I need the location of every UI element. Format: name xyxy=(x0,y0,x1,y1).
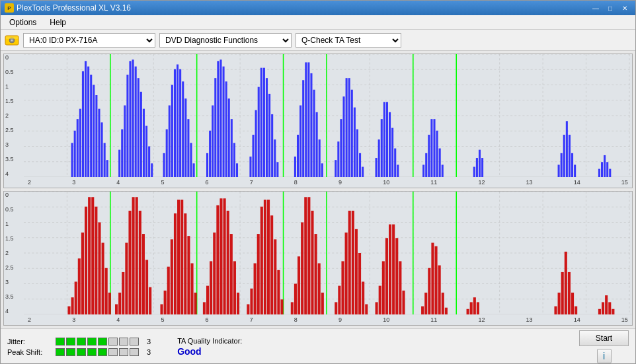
metrics-section: Jitter: 3 Peak Shift: xyxy=(7,338,151,356)
svg-rect-248 xyxy=(341,261,344,314)
svg-rect-102 xyxy=(313,90,315,177)
svg-rect-104 xyxy=(319,139,321,177)
svg-rect-78 xyxy=(223,67,225,177)
svg-rect-265 xyxy=(421,307,424,314)
svg-rect-259 xyxy=(385,238,388,314)
menu-help[interactable]: Help xyxy=(44,16,72,29)
svg-rect-192 xyxy=(115,305,118,315)
jitter-value: 3 xyxy=(147,338,151,346)
svg-rect-232 xyxy=(270,215,273,314)
svg-rect-193 xyxy=(118,293,121,314)
top-y-labels: 4 3.5 3 2.5 2 1.5 1 0.5 0 xyxy=(4,54,24,177)
svg-rect-203 xyxy=(160,305,163,315)
svg-rect-123 xyxy=(391,128,393,177)
svg-rect-285 xyxy=(602,302,604,314)
svg-rect-241 xyxy=(307,197,310,314)
info-icon-button[interactable]: i xyxy=(597,349,612,363)
close-button[interactable]: ✕ xyxy=(618,3,631,13)
svg-rect-144 xyxy=(574,164,576,177)
peak-shift-label: Peak Shift: xyxy=(7,348,50,356)
svg-rect-245 xyxy=(321,293,324,314)
svg-rect-88 xyxy=(260,68,262,177)
svg-rect-50 xyxy=(126,75,128,177)
svg-rect-66 xyxy=(179,69,181,177)
svg-rect-73 xyxy=(209,131,211,177)
svg-rect-275 xyxy=(473,297,476,314)
svg-rect-278 xyxy=(558,293,561,314)
function-selector[interactable]: DVD Diagnostic Functions xyxy=(159,33,292,48)
bottom-y-labels: 4 3.5 3 2.5 2 1.5 1 0.5 0 xyxy=(4,192,24,314)
svg-rect-188 xyxy=(98,223,100,315)
svg-rect-146 xyxy=(601,162,603,177)
top-x-labels: 2 3 4 5 6 7 8 9 10 11 12 13 14 15 xyxy=(24,177,632,188)
svg-rect-67 xyxy=(182,81,184,177)
start-button[interactable]: Start xyxy=(579,330,629,346)
svg-rect-137 xyxy=(481,158,483,177)
svg-rect-114 xyxy=(356,129,358,177)
svg-rect-258 xyxy=(382,261,385,314)
jitter-label: Jitter: xyxy=(7,338,50,346)
svg-rect-185 xyxy=(88,197,91,314)
bottom-chart-svg xyxy=(24,192,632,314)
svg-rect-189 xyxy=(102,243,104,315)
svg-rect-59 xyxy=(151,163,153,177)
svg-rect-117 xyxy=(376,158,378,177)
svg-rect-71 xyxy=(193,163,195,177)
bottom-chart-svg-wrap xyxy=(24,192,632,314)
svg-rect-198 xyxy=(136,197,138,314)
svg-rect-62 xyxy=(169,106,171,178)
test-selector[interactable]: Q-Check TA Test xyxy=(296,33,401,48)
svg-rect-268 xyxy=(431,243,434,315)
svg-rect-110 xyxy=(346,78,348,177)
svg-rect-138 xyxy=(558,164,560,177)
svg-rect-247 xyxy=(338,286,340,314)
svg-rect-223 xyxy=(233,261,236,314)
bottom-chart-inner: 4 3.5 3 2.5 2 1.5 1 0.5 0 xyxy=(4,192,632,325)
svg-rect-108 xyxy=(340,119,342,177)
svg-rect-122 xyxy=(389,112,391,177)
svg-rect-40 xyxy=(90,75,92,177)
svg-rect-263 xyxy=(399,261,401,314)
svg-rect-63 xyxy=(171,85,173,178)
peak-shift-value: 3 xyxy=(147,348,151,356)
menu-options[interactable]: Options xyxy=(3,16,42,29)
jitter-cell-5 xyxy=(98,338,107,346)
svg-rect-227 xyxy=(254,264,257,315)
svg-rect-136 xyxy=(479,150,481,177)
peak-cell-8 xyxy=(130,348,139,356)
svg-rect-194 xyxy=(122,272,124,314)
svg-rect-81 xyxy=(231,119,233,177)
minimize-button[interactable]: — xyxy=(589,3,602,13)
bottom-chart-panel: 4 3.5 3 2.5 2 1.5 1 0.5 0 xyxy=(3,191,633,326)
info-panel: Jitter: 3 Peak Shift: xyxy=(1,328,635,364)
peak-cell-2 xyxy=(66,348,75,356)
svg-rect-107 xyxy=(337,141,339,177)
svg-rect-111 xyxy=(348,78,350,177)
top-chart-panel: 4 3.5 3 2.5 2 1.5 1 0.5 0 xyxy=(3,54,633,188)
svg-rect-234 xyxy=(277,270,280,314)
svg-rect-148 xyxy=(606,162,608,177)
ta-quality-value: Good xyxy=(177,346,202,357)
svg-rect-51 xyxy=(129,61,131,177)
drive-selector[interactable]: HA:0 ID:0 PX-716A xyxy=(23,33,155,48)
jitter-cell-4 xyxy=(87,338,97,346)
svg-rect-267 xyxy=(428,268,430,314)
svg-rect-277 xyxy=(554,307,557,314)
svg-rect-83 xyxy=(236,163,238,177)
maximize-button[interactable]: □ xyxy=(604,3,617,13)
svg-rect-230 xyxy=(264,200,266,314)
svg-rect-36 xyxy=(79,109,81,177)
svg-rect-199 xyxy=(139,211,141,314)
svg-rect-97 xyxy=(299,106,301,178)
jitter-cell-7 xyxy=(119,338,128,346)
svg-rect-195 xyxy=(125,243,128,315)
svg-rect-251 xyxy=(352,211,354,314)
svg-rect-69 xyxy=(187,119,189,177)
svg-rect-42 xyxy=(95,95,97,177)
bottom-x-labels: 2 3 4 5 6 7 8 9 10 11 12 13 14 15 xyxy=(24,314,632,325)
peak-cell-4 xyxy=(87,348,97,356)
svg-rect-113 xyxy=(354,108,356,177)
svg-rect-54 xyxy=(138,78,139,177)
svg-rect-139 xyxy=(561,153,563,177)
svg-rect-236 xyxy=(291,302,294,314)
